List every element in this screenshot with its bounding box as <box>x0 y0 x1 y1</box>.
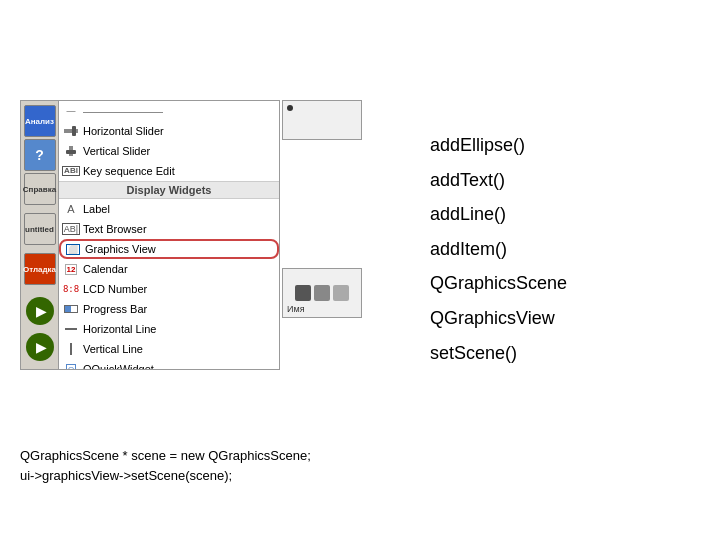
method-set-scene: setScene() <box>430 338 567 369</box>
play-button[interactable]: ▶ <box>26 297 54 325</box>
widget-list: — ———————— Horizontal Slider Vertical Sl… <box>59 101 279 369</box>
widget-item-keyseq[interactable]: ABl Key sequence Edit <box>59 161 279 181</box>
sidebar-btn-untitled[interactable]: untitled <box>24 213 56 245</box>
preview-icons <box>295 285 349 301</box>
bottom-preview: Имя <box>282 268 362 318</box>
label-icon: A <box>63 201 79 217</box>
widget-item-label-vslider: Vertical Slider <box>83 145 150 157</box>
widget-item-lcdnumber[interactable]: 8:8 LCD Number <box>59 279 279 299</box>
qquick-icon: Q <box>63 361 79 369</box>
method-add-ellipse: addEllipse() <box>430 130 567 161</box>
widget-item-calendar[interactable]: 12 Calendar <box>59 259 279 279</box>
sidebar: Анализ ? Справка untitled Отладка ▶ ▶ <box>21 101 59 369</box>
sidebar-btn-help[interactable]: ? <box>24 139 56 171</box>
sidebar-btn-debug[interactable]: Отладка <box>24 253 56 285</box>
prev-ico-1 <box>295 285 311 301</box>
play-button2[interactable]: ▶ <box>26 333 54 361</box>
class-graphics-scene: QGraphicsScene <box>430 268 567 299</box>
prev-ico-3 <box>333 285 349 301</box>
section-display-widgets: Display Widgets <box>59 181 279 199</box>
method-add-item: addItem() <box>430 234 567 265</box>
right-method-list: addEllipse() addText() addLine() addItem… <box>430 130 567 372</box>
widget-item-label-calendar: Calendar <box>83 263 128 275</box>
widget-item-label-hline: Horizontal Line <box>83 323 156 335</box>
widget-item-label-qquickwidget: QQuickWidget <box>83 363 154 369</box>
code-line-1: QGraphicsScene * scene = new QGraphicsSc… <box>20 446 311 466</box>
icon-placeholder: — <box>63 103 79 119</box>
vline-icon <box>63 341 79 357</box>
qt-designer-panel: Анализ ? Справка untitled Отладка ▶ ▶ — … <box>20 100 280 370</box>
code-line-2: ui->graphicsView->setScene(scene); <box>20 466 311 486</box>
calendar-icon: 12 <box>63 261 79 277</box>
preview-dot <box>287 105 293 111</box>
widget-item-vline[interactable]: Vertical Line <box>59 339 279 359</box>
widget-item-label-cutoff: ———————— <box>83 106 163 117</box>
method-add-text: addText() <box>430 165 567 196</box>
widget-item-label-hslider: Horizontal Slider <box>83 125 164 137</box>
sidebar-btn-analyze[interactable]: Анализ <box>24 105 56 137</box>
lcd-icon: 8:8 <box>63 281 79 297</box>
method-add-line: addLine() <box>430 199 567 230</box>
hslider-icon <box>63 123 79 139</box>
widget-item-graphicsview[interactable]: ⬜ Graphics View <box>59 239 279 259</box>
widget-item-vslider[interactable]: Vertical Slider <box>59 141 279 161</box>
widget-item-textbrowser[interactable]: AB| Text Browser <box>59 219 279 239</box>
widget-item-label-lcdnumber: LCD Number <box>83 283 147 295</box>
prev-ico-2 <box>314 285 330 301</box>
widget-item-cutoff[interactable]: — ———————— <box>59 101 279 121</box>
widget-item-label-graphicsview: Graphics View <box>85 243 156 255</box>
textbrowser-icon: AB| <box>63 221 79 237</box>
widget-item-label-textbrowser: Text Browser <box>83 223 147 235</box>
hline-icon <box>63 321 79 337</box>
widget-item-progressbar[interactable]: Progress Bar <box>59 299 279 319</box>
sidebar-btn-reference[interactable]: Справка <box>24 173 56 205</box>
keyseq-icon: ABl <box>63 163 79 179</box>
class-graphics-view: QGraphicsView <box>430 303 567 334</box>
widget-item-label-vline: Vertical Line <box>83 343 143 355</box>
progressbar-icon <box>63 301 79 317</box>
top-preview <box>282 100 362 140</box>
vslider-icon <box>63 143 79 159</box>
widget-item-label-progressbar: Progress Bar <box>83 303 147 315</box>
code-block: QGraphicsScene * scene = new QGraphicsSc… <box>20 446 311 485</box>
widget-item-label[interactable]: A Label <box>59 199 279 219</box>
widget-item-label-keyseq: Key sequence Edit <box>83 165 175 177</box>
widget-item-qquickwidget[interactable]: Q QQuickWidget <box>59 359 279 369</box>
preview-label: Имя <box>287 304 305 314</box>
analyze-label: Анализ <box>25 117 54 126</box>
widget-item-hline[interactable]: Horizontal Line <box>59 319 279 339</box>
graphicsview-icon: ⬜ <box>65 241 81 257</box>
widget-item-hslider[interactable]: Horizontal Slider <box>59 121 279 141</box>
widget-item-label-label: Label <box>83 203 110 215</box>
